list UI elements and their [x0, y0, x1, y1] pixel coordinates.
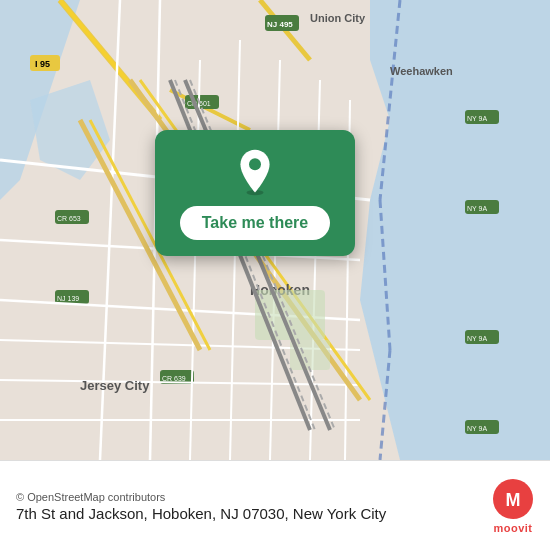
location-pin-icon [231, 148, 279, 196]
bottom-text: © OpenStreetMap contributors 7th St and … [16, 487, 480, 524]
svg-text:NY 9A: NY 9A [467, 115, 487, 122]
svg-marker-1 [360, 0, 550, 460]
address-line: 7th St and Jackson, Hoboken, NJ 07030, N… [16, 503, 480, 524]
svg-text:Weehawken: Weehawken [390, 65, 453, 77]
svg-text:CR 639: CR 639 [162, 375, 186, 382]
moovit-icon: M [492, 478, 534, 520]
svg-text:NY 9A: NY 9A [467, 205, 487, 212]
openstreetmap-credit: © OpenStreetMap contributors [16, 491, 480, 503]
bottom-bar: © OpenStreetMap contributors 7th St and … [0, 460, 550, 550]
take-me-there-button[interactable]: Take me there [180, 206, 330, 240]
svg-text:Union City: Union City [310, 12, 366, 24]
svg-text:M: M [506, 490, 521, 510]
green-card: Take me there [155, 130, 355, 256]
moovit-logo: M moovit [492, 478, 534, 534]
svg-text:Jersey City: Jersey City [80, 378, 150, 393]
svg-text:I 95: I 95 [35, 59, 50, 69]
map-container: I 95 NJ 495 CR 501 CR 653 NJ 139 CR 639 … [0, 0, 550, 460]
svg-text:NJ 495: NJ 495 [267, 20, 293, 29]
svg-text:NY 9A: NY 9A [467, 335, 487, 342]
credit-text: © OpenStreetMap contributors [16, 491, 165, 503]
svg-text:NY 9A: NY 9A [467, 425, 487, 432]
svg-text:NJ 139: NJ 139 [57, 295, 79, 302]
svg-point-59 [249, 158, 261, 170]
moovit-text: moovit [493, 522, 532, 534]
action-overlay: Take me there [155, 130, 355, 256]
svg-text:CR 653: CR 653 [57, 215, 81, 222]
